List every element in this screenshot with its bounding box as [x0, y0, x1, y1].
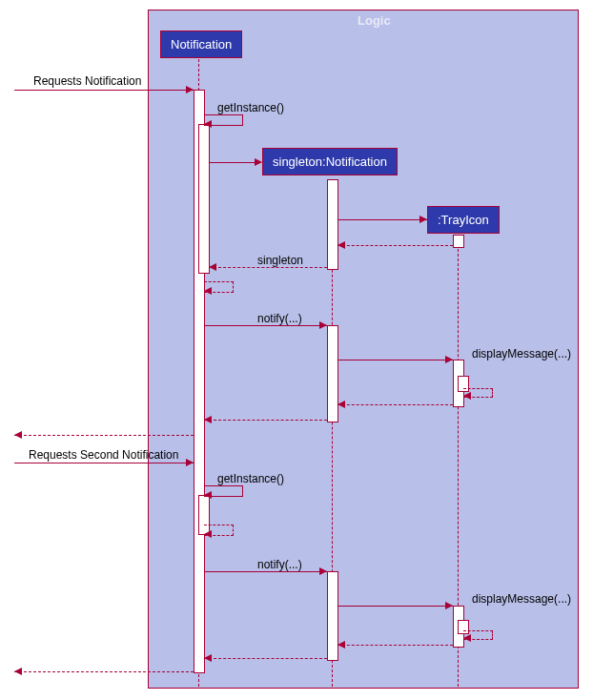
arrowhead-m6: [209, 263, 216, 271]
arrow-m12: [204, 420, 327, 421]
arrow-m21: [204, 658, 327, 659]
arrowhead-m12: [204, 416, 212, 423]
activation-trayicon-tiny: [453, 235, 464, 248]
msg-notify-1: notify(...): [257, 312, 302, 325]
arrowhead-m14: [186, 459, 194, 466]
arrow-m17: [204, 571, 327, 572]
arrowhead-m21: [204, 654, 212, 662]
arrowhead-m13: [14, 431, 22, 439]
msg-notify-2: notify(...): [257, 558, 302, 571]
arrowhead-m18: [445, 602, 453, 609]
sequence-diagram: Logic Notification singleton:Notificatio…: [10, 10, 583, 690]
arrowhead-m4: [419, 216, 427, 223]
arrow-m9: [337, 360, 453, 360]
arrow-m11: [337, 404, 453, 405]
msg-requests-notification: Requests Notification: [33, 74, 141, 88]
participant-trayicon: :TrayIcon: [427, 206, 500, 234]
arrow-m14: [14, 463, 194, 463]
arrowhead-m17: [319, 567, 327, 575]
logic-title: Logic: [358, 13, 391, 28]
arrowhead-m3: [255, 158, 262, 166]
arrow-m20: [337, 645, 453, 646]
arrow-m1: [14, 90, 194, 91]
arrowhead-m11: [337, 401, 345, 408]
arrowhead-m8: [319, 321, 327, 329]
arrow-m5: [337, 245, 453, 246]
arrowhead-m22: [14, 668, 22, 675]
activation-singleton-1: [327, 179, 338, 270]
participant-notification: Notification: [160, 31, 242, 58]
activation-notification-getinstance-1: [198, 124, 210, 274]
arrow-m4: [337, 219, 427, 220]
arrowhead-m19: [463, 634, 471, 642]
arrowhead-m10: [463, 392, 471, 400]
msg-getinstance-1: getInstance(): [217, 101, 284, 114]
arrowhead-m16: [204, 530, 212, 538]
msg-displaymessage-1: displayMessage(...): [472, 347, 571, 360]
arrowhead-m5: [337, 241, 345, 249]
arrowhead-m7: [204, 287, 212, 295]
msg-displaymessage-2: displayMessage(...): [472, 592, 571, 606]
msg-requests-second-notification: Requests Second Notification: [29, 448, 178, 462]
msg-singleton-return: singleton: [257, 254, 303, 267]
arrow-m13: [14, 435, 194, 436]
msg-getinstance-2: getInstance(): [217, 472, 284, 485]
participant-singleton: singleton:Notification: [262, 148, 398, 175]
arrow-m3: [209, 162, 261, 163]
arrow-m6: [209, 267, 327, 268]
arrowhead-m2: [204, 120, 212, 128]
arrowhead-m15: [204, 491, 212, 499]
arrow-m18: [337, 606, 453, 607]
arrowhead-m1: [186, 86, 194, 93]
arrowhead-m20: [337, 641, 345, 649]
arrowhead-m9: [445, 356, 453, 363]
arrow-m8: [204, 325, 327, 326]
arrow-m22: [14, 671, 194, 672]
